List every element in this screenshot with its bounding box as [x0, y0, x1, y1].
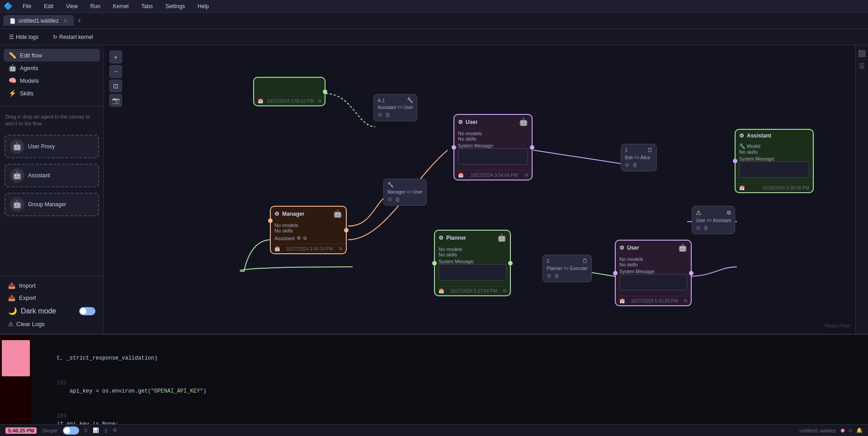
- agent-card-group-manager[interactable]: 🤖 Group Manager: [5, 193, 99, 216]
- edge-manager-user-icon: 🔧: [387, 182, 394, 188]
- notification-bell-icon: 🔔: [856, 427, 863, 433]
- status-count-right: 2: [104, 428, 107, 433]
- log-line-num-1: 103: [57, 379, 73, 387]
- agent-card-user-proxy[interactable]: 🤖 User Proxy: [5, 135, 99, 158]
- tab-add-button[interactable]: +: [74, 17, 85, 25]
- menu-file[interactable]: File: [20, 2, 34, 10]
- edit-flow-icon: ✏️: [8, 52, 16, 59]
- skills-icon: ⚡: [8, 90, 16, 97]
- edge-a1-delete[interactable]: 🗑: [385, 112, 391, 118]
- user-bottom-system-message-input[interactable]: [619, 274, 687, 290]
- planner-system-message-label: System Message:: [439, 259, 506, 264]
- user-node-footer: 📅 10/27/2024 3:54:04 PM ⧉: [454, 170, 532, 180]
- agent-card-assistant[interactable]: 🤖 Assistant: [5, 164, 99, 187]
- edge-a1-settings[interactable]: ⚙: [377, 112, 382, 118]
- planner-system-message-input[interactable]: [439, 264, 506, 280]
- assistant-right-system-message-field: System Message:: [739, 156, 809, 179]
- simple-toggle[interactable]: [63, 427, 79, 435]
- log-content[interactable]: t, _strict_response_validation) 103 api_…: [32, 335, 868, 424]
- manager-assistant-remove[interactable]: ⊖: [303, 235, 307, 241]
- export-button[interactable]: 📤 Export: [4, 292, 100, 304]
- menu-kernel[interactable]: Kernel: [110, 2, 132, 10]
- models-icon: 🧠: [8, 77, 16, 84]
- edge-planner-executer-icon: 🗒: [582, 258, 588, 264]
- user-system-message-input[interactable]: [458, 148, 528, 165]
- edge-planner-executer-delete[interactable]: 🗑: [554, 273, 560, 279]
- log-line-text-2: api_key: [63, 421, 93, 424]
- sidebar-item-skills-label: Skills: [20, 90, 33, 97]
- group-manager-label: Group Manager: [28, 201, 66, 208]
- tab-main[interactable]: 📄 untitled1.waldiez ✕: [4, 15, 74, 26]
- user-bottom-right-handle: [689, 271, 693, 275]
- manager-no-skills: No skills: [274, 228, 342, 233]
- copy-icon: ⧉: [318, 98, 321, 104]
- edge-planner-executer-settings[interactable]: ⚙: [547, 273, 552, 279]
- fit-view-button[interactable]: ⊡: [109, 80, 122, 92]
- edge-node-a1-header: A.1 🔧: [377, 97, 413, 103]
- planner-no-models: No models: [439, 246, 506, 252]
- manager-settings-icon: ⚙: [274, 211, 279, 217]
- edge-manager-user-settings[interactable]: ⚙: [387, 196, 392, 203]
- right-panel-btn-1[interactable]: ⬛: [858, 49, 867, 58]
- edge-bob-alice-delete[interactable]: 🗑: [632, 162, 638, 168]
- zoom-out-button[interactable]: −: [109, 65, 122, 78]
- user-bottom-avatar-icon: 🤖: [678, 243, 687, 252]
- manager-assistant-settings[interactable]: ⚙: [297, 235, 301, 241]
- menu-run[interactable]: Run: [88, 2, 103, 10]
- sidebar-item-models-label: Models: [20, 77, 39, 84]
- right-panel-btn-2[interactable]: ☰: [858, 62, 867, 71]
- sidebar-item-skills[interactable]: ⚡ Skills: [4, 87, 100, 100]
- sidebar-item-agents[interactable]: 🤖 Agents: [4, 62, 100, 74]
- screenshot-button[interactable]: 📷: [109, 94, 122, 107]
- user-node-header: ⚙ User 🤖: [454, 115, 532, 129]
- edge-user-assistant-settings[interactable]: ⚙: [696, 225, 701, 231]
- status-right: untitled1.waldiez 0 🔔: [800, 427, 863, 433]
- zoom-in-button[interactable]: +: [109, 51, 122, 63]
- user-proxy-label: User Proxy: [28, 143, 55, 150]
- toggle-knob: [80, 308, 86, 314]
- canvas-controls: + − ⊡ 📷: [109, 51, 122, 107]
- user-system-message-field: System Message:: [458, 143, 528, 166]
- hide-logs-button[interactable]: ☰ Hide logs: [5, 33, 42, 42]
- log-line-num-2: 104: [57, 412, 73, 420]
- sidebar: ✏️ Edit flow 🤖 Agents 🧠 Models ⚡ Skills …: [0, 45, 104, 334]
- sidebar-item-edit-flow-label: Edit flow: [20, 52, 42, 59]
- user-no-skills: No skills: [458, 136, 528, 142]
- menu-tabs[interactable]: Tabs: [139, 2, 156, 10]
- assistant-right-system-message-input[interactable]: [739, 161, 809, 178]
- dark-mode-toggle[interactable]: [79, 307, 95, 315]
- clear-logs-button[interactable]: ⚠ Clear Logs: [4, 318, 100, 330]
- top-node-timestamp: 10/27/2024 3:50:10 PM: [267, 99, 314, 104]
- manager-left-handle: [268, 218, 273, 223]
- planner-copy-icon: ⧉: [503, 288, 506, 294]
- user-bottom-node-footer: 📅 10/27/2024 5:42:05 PM ⧉: [616, 296, 691, 305]
- menu-settings[interactable]: Settings: [163, 2, 188, 10]
- edge-manager-user-delete[interactable]: 🗑: [395, 196, 401, 203]
- canvas-area[interactable]: 📅 10/27/2024 3:50:10 PM ⧉ A.1 🔧 Assistan…: [104, 45, 855, 334]
- react-flow-logo: React Flow: [825, 323, 850, 328]
- edge-node-bob-alice: 1 🗒 Bob => Alice ⚙ 🗑: [621, 144, 657, 171]
- main-layout: ✏️ Edit flow 🤖 Agents 🧠 Models ⚡ Skills …: [0, 45, 868, 334]
- edge-user-assistant-delete[interactable]: 🗑: [703, 225, 709, 231]
- manager-avatar-icon: 🤖: [333, 209, 342, 218]
- log-line-1: 103 api_key = os.environ.get("OPENAI_API…: [37, 371, 863, 403]
- sidebar-item-edit-flow[interactable]: ✏️ Edit flow: [4, 49, 100, 62]
- edge-planner-executer-id: 2: [547, 258, 549, 264]
- dark-mode-label: Dark mode: [21, 307, 56, 315]
- menu-view[interactable]: View: [63, 2, 80, 10]
- menu-edit[interactable]: Edit: [41, 2, 56, 10]
- drag-hint: Drag n' drop an agent to the canvas to a…: [0, 109, 104, 132]
- restart-kernel-button[interactable]: ↻ Restart kernel: [49, 33, 97, 42]
- planner-no-skills: No skills: [439, 252, 506, 257]
- user-bottom-timestamp: 10/27/2024 5:42:05 PM: [631, 299, 678, 303]
- planner-right-handle: [508, 261, 513, 265]
- edge-bob-alice-settings[interactable]: ⚙: [625, 162, 630, 168]
- user-system-message-label: System Message:: [458, 143, 528, 148]
- menu-help[interactable]: Help: [195, 2, 212, 10]
- manager-timestamp: 10/27/2024 3:34:14 PM: [286, 246, 333, 251]
- top-node: 📅 10/27/2024 3:50:10 PM ⧉: [253, 77, 326, 106]
- user-right-handle: [530, 145, 534, 150]
- tab-close-button[interactable]: ✕: [63, 18, 68, 24]
- import-button[interactable]: 📥 Import: [4, 280, 100, 292]
- sidebar-item-models[interactable]: 🧠 Models: [4, 74, 100, 87]
